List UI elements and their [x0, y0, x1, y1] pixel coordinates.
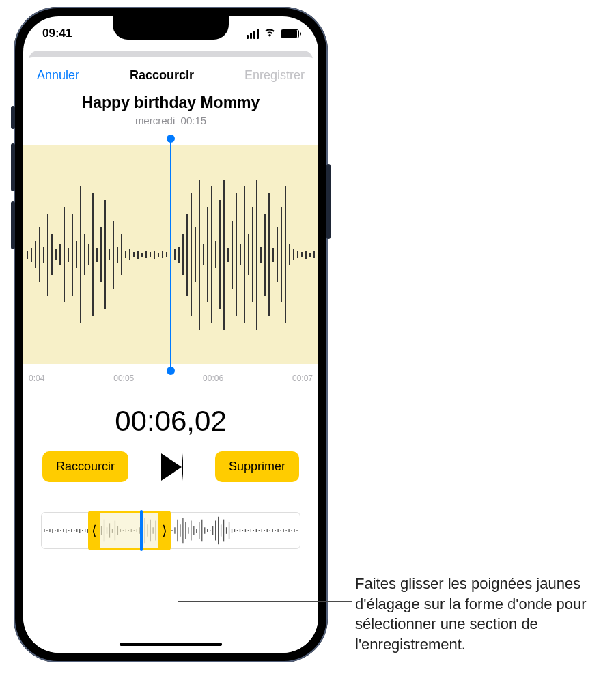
save-button: Enregistrer [244, 68, 305, 83]
home-indicator[interactable] [120, 643, 222, 646]
trim-handle-right[interactable]: ⟩ [158, 513, 171, 548]
trim-button[interactable]: Raccourcir [42, 451, 128, 482]
cellular-icon [247, 29, 259, 39]
playhead[interactable] [170, 140, 171, 369]
callout-text: Faites glisser les poignées jaunes d'éla… [355, 574, 608, 655]
delete-button[interactable]: Supprimer [215, 451, 299, 482]
recording-subtitle: mercredi 00:15 [23, 115, 318, 126]
recording-duration: 00:15 [181, 115, 207, 126]
controls-row: Raccourcir Supprimer [23, 438, 318, 496]
recording-title: Happy birthday Mommy [23, 94, 318, 112]
tick-label: 00:07 [292, 374, 313, 383]
recording-header: Happy birthday Mommy mercredi 00:15 [23, 94, 318, 126]
tick-label: 0:04 [29, 374, 44, 383]
nav-title: Raccourcir [130, 68, 194, 83]
status-time: 09:41 [42, 27, 72, 40]
chevron-left-icon: ⟨ [92, 522, 97, 539]
mini-waveform-svg [42, 513, 300, 548]
status-icons [247, 27, 299, 40]
tick-label: 00:05 [113, 374, 134, 383]
chevron-right-icon: ⟩ [162, 522, 167, 539]
battery-icon [281, 29, 299, 38]
volume-up-button [11, 143, 15, 191]
time-ticks: 0:04 00:05 00:06 00:07 [23, 374, 318, 383]
waveform-large[interactable]: 0:04 00:05 00:06 00:07 [23, 145, 318, 364]
recording-day: mercredi [135, 115, 175, 126]
trim-sheet: Annuler Raccourcir Enregistrer Happy bir… [23, 57, 318, 653]
timecode: 00:06,02 [23, 405, 318, 438]
wifi-icon [263, 27, 277, 40]
nav-bar: Annuler Raccourcir Enregistrer [23, 57, 318, 88]
notch [113, 16, 229, 40]
screen: 09:41 Annuler Raccourcir Enregistrer Hap… [23, 16, 318, 653]
trim-handle-left[interactable]: ⟨ [88, 513, 100, 548]
volume-down-button [11, 201, 15, 249]
play-icon[interactable] [161, 453, 183, 481]
callout-leader-line [178, 601, 352, 602]
silence-switch [11, 106, 15, 129]
overview-waveform[interactable]: ⟨ ⟩ [41, 512, 300, 549]
power-button [326, 164, 331, 239]
phone-frame: 09:41 Annuler Raccourcir Enregistrer Hap… [14, 7, 328, 662]
trim-selection[interactable]: ⟨ ⟩ [88, 511, 171, 550]
overview-playhead[interactable] [140, 510, 143, 551]
tick-label: 00:06 [203, 374, 223, 383]
cancel-button[interactable]: Annuler [37, 68, 79, 83]
